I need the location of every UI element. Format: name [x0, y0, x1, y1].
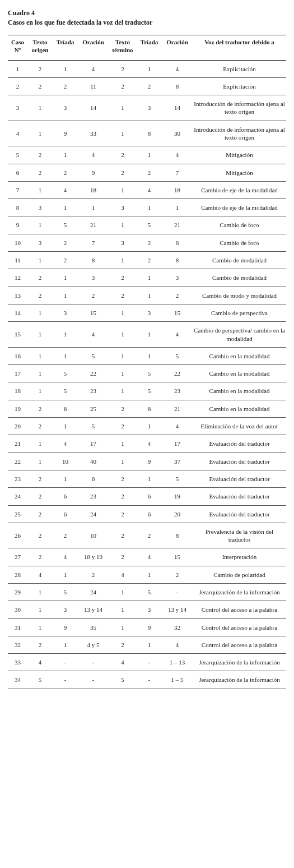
cell-value: 20 — [162, 505, 193, 523]
cell-value: 1 — [27, 347, 53, 364]
cell-value: - — [53, 654, 78, 671]
cell-value: 1 — [27, 365, 53, 382]
cell-value: 1 — [109, 322, 137, 348]
cell-value: 2 — [27, 523, 53, 548]
cell-value: 8 — [162, 77, 193, 95]
cell-value: 3 — [137, 601, 162, 618]
cell-value: 35 — [78, 618, 109, 636]
cell-reason: Control del acceso a la palabra — [193, 601, 286, 618]
cell-value: 3 — [8, 95, 27, 121]
cell-value: 4 — [109, 654, 137, 671]
cell-value: 25 — [8, 505, 27, 523]
cell-value: 2 — [109, 505, 137, 523]
cell-value: 11 — [8, 252, 27, 269]
cell-value: 21 — [8, 435, 27, 453]
cell-value: 19 — [162, 488, 193, 505]
col-texto-origen: Texto origen — [27, 35, 53, 61]
cell-value: 29 — [8, 584, 27, 601]
cell-value: 10 — [8, 234, 27, 251]
cell-value: 1 — [109, 382, 137, 400]
cell-value: 1 — [109, 453, 137, 470]
cell-value: 30 — [8, 601, 27, 618]
cell-value: 6 — [53, 505, 78, 523]
cell-value: 4 — [27, 654, 53, 671]
cell-value: 4 — [137, 435, 162, 453]
cell-value: - — [78, 671, 109, 689]
cell-value: 1 — [27, 121, 53, 146]
cell-value: 1 — [27, 181, 53, 198]
cell-value: 2 — [109, 77, 137, 95]
cell-value: 4 — [53, 435, 78, 453]
cell-value: 6 — [78, 470, 109, 487]
cell-value: 1 — [109, 584, 137, 601]
cell-value: 18 — [78, 181, 109, 198]
cell-value: 2 — [27, 418, 53, 435]
cell-value: 33 — [8, 654, 27, 671]
cell-value: 2 — [27, 60, 53, 77]
cell-value: 6 — [137, 505, 162, 523]
cell-value: 34 — [8, 671, 27, 689]
cell-value: 6 — [53, 488, 78, 505]
table-row: 5214214Mitigación — [8, 146, 286, 164]
cell-value: 1 — [27, 95, 53, 121]
cell-value: 5 — [27, 671, 53, 689]
cell-value: 1 — [53, 566, 78, 583]
cell-value: 20 — [8, 418, 27, 435]
cell-reason: Evaluación del traductor — [193, 435, 286, 453]
cell-value: 14 — [8, 304, 27, 321]
cell-value: 1 — [162, 199, 193, 216]
cell-value: 2 — [137, 523, 162, 548]
cell-value: 1 — [137, 347, 162, 364]
cell-value: 2 — [109, 146, 137, 164]
table-row: 10327328Cambio de foco — [8, 234, 286, 251]
cell-value: - — [162, 584, 193, 601]
cell-value: 2 — [27, 77, 53, 95]
cell-value: 6 — [53, 400, 78, 417]
cell-value: 28 — [8, 566, 27, 583]
cell-value: 2 — [109, 523, 137, 548]
cell-value: 2 — [137, 77, 162, 95]
table-row: 419331830Introducción de información aje… — [8, 121, 286, 146]
cell-value: 10 — [53, 453, 78, 470]
cell-value: 13 y 14 — [162, 601, 193, 618]
cell-reason: Cambio de polaridad — [193, 566, 286, 583]
cell-value: 5 — [53, 584, 78, 601]
cell-reason: Jerarquización de la información — [193, 584, 286, 601]
cell-value: 24 — [78, 584, 109, 601]
cell-value: 40 — [78, 453, 109, 470]
table-row: 13212212Cambio de modo y modalidad — [8, 287, 286, 304]
cell-value: 22 — [162, 365, 193, 382]
cell-value: 1 — [137, 199, 162, 216]
cell-value: 13 — [8, 287, 27, 304]
cell-reason: Jerarquización de la información — [193, 671, 286, 689]
cell-value: 1 — [27, 584, 53, 601]
table-row: 1926252621Cambio en la modalidad — [8, 400, 286, 417]
table-row: 2426232619Evaluación del traductor — [8, 488, 286, 505]
table-row: 11128128Cambio de modalidad — [8, 252, 286, 269]
table-row: 12213213Cambio de modalidad — [8, 269, 286, 287]
table-row: 28412412Cambio de polaridad — [8, 566, 286, 583]
cell-value: 1 — [78, 199, 109, 216]
cell-value: 8 — [137, 121, 162, 146]
cell-value: 2 — [162, 287, 193, 304]
cell-value: 7 — [78, 234, 109, 251]
cell-reason: Explicitación — [193, 60, 286, 77]
cell-value: 15 — [78, 304, 109, 321]
table-row: 32214 y 5214Control del acceso a la pala… — [8, 636, 286, 653]
cell-value: 1 — [109, 435, 137, 453]
cell-value: 2 — [109, 548, 137, 566]
cell-value: 5 — [162, 347, 193, 364]
cell-reason: Cambio en la modalidad — [193, 382, 286, 400]
cell-value: 1 — [109, 252, 137, 269]
cell-value: 17 — [8, 365, 27, 382]
cell-reason: Explicitación — [193, 77, 286, 95]
cell-value: 18 — [8, 382, 27, 400]
cell-value: 2 — [109, 636, 137, 653]
cell-value: 2 — [109, 60, 137, 77]
cell-value: 17 — [78, 435, 109, 453]
cell-value: 21 — [162, 216, 193, 234]
cell-reason: Cambio en la modalidad — [193, 347, 286, 364]
cell-value: 1 — [27, 322, 53, 348]
table-row: 272418 y 192415Interpretación — [8, 548, 286, 566]
cell-reason: Cambio de eje de la modalidad — [193, 181, 286, 198]
